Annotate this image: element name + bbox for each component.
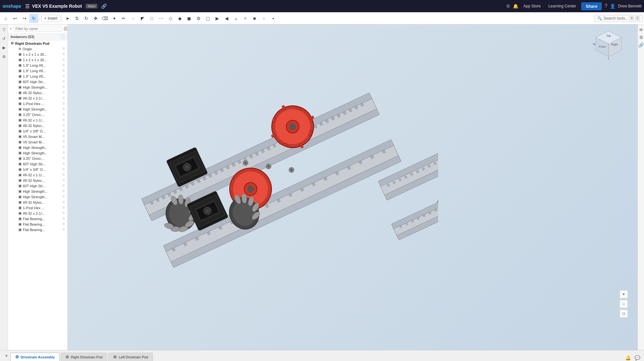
- onshape-logo[interactable]: onshape: [3, 4, 21, 9]
- instance-item-5[interactable]: ▣1.9" Long #8...⠿: [8, 68, 67, 73]
- instance-item-16[interactable]: ▣1/4" x 3/8" O...⠿: [8, 128, 67, 134]
- far-left-btn-2[interactable]: ↺: [1, 35, 7, 42]
- bottom-icon-2[interactable]: 💬: [633, 355, 641, 361]
- drag-handle-4[interactable]: ⠿: [62, 63, 65, 67]
- tool-13[interactable]: ◆: [175, 14, 184, 23]
- instance-item-2[interactable]: ▣1 x 2 x 1 x 30...⠿: [8, 52, 67, 57]
- tool-22[interactable]: ▫: [259, 14, 268, 23]
- instance-item-7[interactable]: ▣60T High Str...⠿: [8, 79, 67, 84]
- drag-handle-2[interactable]: ⠿: [62, 53, 65, 56]
- drag-handle-16[interactable]: ⠿: [62, 129, 65, 133]
- tool-6[interactable]: ✦: [110, 14, 119, 23]
- add-tab-button[interactable]: +: [3, 352, 10, 360]
- drag-handle-5[interactable]: ⠿: [62, 69, 65, 73]
- drag-handle-20[interactable]: ⠿: [62, 151, 65, 155]
- search-tools-box[interactable]: 🔍 Search tools... ⌘ C: [594, 15, 643, 22]
- zoom-in-button[interactable]: +: [620, 290, 628, 298]
- drag-handle-12[interactable]: ⠿: [62, 107, 65, 111]
- right-icon-2[interactable]: ⚙: [639, 35, 644, 40]
- instance-item-12[interactable]: ▣High Strength...⠿: [8, 106, 67, 112]
- instance-item-14[interactable]: ▣#8-32 x 1-1/...⠿: [8, 117, 67, 123]
- tool-1[interactable]: ➤: [63, 14, 72, 23]
- help-icon[interactable]: ?: [604, 3, 607, 9]
- drag-handle-32[interactable]: ⠿: [62, 217, 65, 220]
- drag-handle-21[interactable]: ⠿: [62, 157, 65, 160]
- drag-handle-29[interactable]: ⠿: [62, 200, 65, 204]
- instance-item-8[interactable]: ▣High Strength...⠿: [8, 84, 67, 90]
- learning-center-button[interactable]: Learning Center: [546, 3, 579, 10]
- instance-item-30[interactable]: ▣1-Post Hex ...⠿: [8, 205, 67, 210]
- instance-item-9[interactable]: ▣#8-32 Nyloc...⠿: [8, 90, 67, 95]
- drag-handle-18[interactable]: ⠿: [62, 140, 65, 144]
- tool-12[interactable]: ◇: [166, 14, 175, 23]
- drag-handle-17[interactable]: ⠿: [62, 135, 65, 138]
- instance-item-11[interactable]: ▣1-Post Hex ...⠿: [8, 101, 67, 106]
- right-icon-1[interactable]: 👁: [639, 28, 644, 32]
- tab-right-drivetrain-pod[interactable]: ⚙ Right Drivetrain Pod: [61, 353, 107, 361]
- drag-handle-3[interactable]: ⠿: [62, 58, 65, 62]
- instance-item-0[interactable]: ⚙Right Drivetrain Pod: [8, 41, 67, 46]
- tool-14[interactable]: ◼: [185, 14, 194, 23]
- refresh-button[interactable]: ↻: [29, 14, 38, 23]
- tool-8[interactable]: ◦: [129, 14, 138, 23]
- view-cube[interactable]: Right Top Front ▼ ◄: [592, 28, 625, 60]
- tool-5[interactable]: ⌫: [101, 14, 110, 23]
- instance-item-1[interactable]: ⊕Origin⠿: [8, 46, 67, 52]
- notifications-icon[interactable]: 🔔: [513, 4, 518, 9]
- drag-handle-10[interactable]: ⠿: [62, 96, 65, 100]
- instance-item-27[interactable]: ▣High Strength...⠿: [8, 189, 67, 194]
- drag-handle-7[interactable]: ⠿: [62, 80, 65, 83]
- zoom-out-button[interactable]: −: [620, 300, 628, 308]
- instance-item-4[interactable]: ▣1.9" Long #8...⠿: [8, 63, 67, 68]
- instance-item-28[interactable]: ▣High Strength...⠿: [8, 194, 67, 200]
- drag-handle-9[interactable]: ⠿: [62, 91, 65, 94]
- tool-11[interactable]: ⋯: [157, 14, 166, 23]
- instance-item-6[interactable]: ▣1.9" Long #8...⠿: [8, 73, 67, 79]
- tool-18[interactable]: ◀: [222, 14, 231, 23]
- drag-handle-13[interactable]: ⠿: [62, 113, 65, 116]
- drag-handle-8[interactable]: ⠿: [62, 85, 65, 89]
- instance-item-31[interactable]: ▣#8-32 x 2-1/...⠿: [8, 210, 67, 216]
- drag-handle-34[interactable]: ⠿: [62, 228, 65, 231]
- instance-item-19[interactable]: ▣High Strength...⠿: [8, 145, 67, 150]
- hamburger-icon[interactable]: ☰: [25, 3, 30, 9]
- tab-left-drivetrain-pod[interactable]: ⚙ Left Drivetrain Pod: [108, 353, 153, 361]
- tool-19[interactable]: ▵: [231, 14, 240, 23]
- far-left-btn-4[interactable]: ⚙: [1, 54, 7, 60]
- bottom-icon-1[interactable]: 🔔: [624, 355, 632, 361]
- drag-handle-31[interactable]: ⠿: [62, 211, 65, 215]
- drag-handle-11[interactable]: ⠿: [62, 102, 65, 105]
- drag-handle-23[interactable]: ⠿: [62, 168, 65, 171]
- instance-item-26[interactable]: ▣60T High Str...⠿: [8, 183, 67, 189]
- drag-handle-19[interactable]: ⠿: [62, 146, 65, 149]
- drag-handle-30[interactable]: ⠿: [62, 206, 65, 210]
- right-icon-3[interactable]: 🔗: [639, 43, 644, 48]
- far-left-btn-1[interactable]: ▽: [1, 26, 7, 33]
- home-button[interactable]: ⌂: [1, 14, 10, 23]
- instance-item-23[interactable]: ▣1/4" x 3/8" O...⠿: [8, 167, 67, 172]
- drag-handle-26[interactable]: ⠿: [62, 184, 65, 188]
- instance-item-10[interactable]: ▣#8-32 x 2-1/...⠿: [8, 95, 67, 101]
- fit-all-button[interactable]: □: [620, 309, 628, 318]
- drag-handle-28[interactable]: ⠿: [62, 195, 65, 199]
- instance-item-21[interactable]: ▣3.25" Omni-...⠿: [8, 156, 67, 161]
- insert-button[interactable]: + Insert: [41, 15, 60, 22]
- instance-item-25[interactable]: ▣#8-32 Nyloc...⠿: [8, 178, 67, 183]
- share-button[interactable]: Share: [581, 2, 602, 10]
- instance-item-15[interactable]: ▣#8-32 Nyloc...⠿: [8, 123, 67, 128]
- instance-item-3[interactable]: ▣1 x 2 x 1 x 30...⠿: [8, 57, 67, 63]
- instance-item-29[interactable]: ▣#8-32 Nyloc...⠿: [8, 200, 67, 205]
- far-left-btn-3[interactable]: ▶: [1, 44, 7, 51]
- drag-handle-15[interactable]: ⠿: [62, 124, 65, 127]
- user-avatar[interactable]: 👤: [610, 4, 615, 9]
- drag-handle-22[interactable]: ⠿: [62, 162, 65, 166]
- tool-23[interactable]: ▪: [269, 14, 278, 23]
- tool-3[interactable]: ↻: [82, 14, 91, 23]
- instance-item-18[interactable]: ▣V5 Smart M...⠿: [8, 139, 67, 145]
- tool-17[interactable]: ▶: [213, 14, 222, 23]
- tab-drivetrain-assembly[interactable]: ⚙ Drivetrain Assembly: [10, 353, 60, 361]
- tool-20[interactable]: ▿: [241, 14, 250, 23]
- settings-icon[interactable]: ⚙: [506, 4, 510, 9]
- filter-input[interactable]: [13, 26, 62, 32]
- tool-21[interactable]: ■: [250, 14, 259, 23]
